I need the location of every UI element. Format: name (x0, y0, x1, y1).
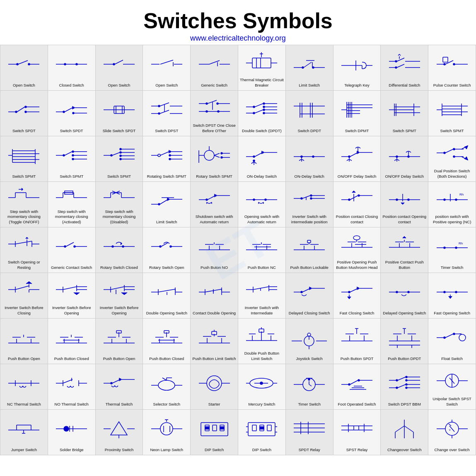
switch-label: Double Opening Switch (146, 311, 187, 316)
svg-point-105 (253, 112, 255, 114)
svg-point-57 (453, 63, 455, 65)
switch-icon (382, 230, 426, 258)
switch-label: Switch SPMT (393, 128, 416, 133)
svg-line-412 (350, 288, 358, 292)
switch-icon (145, 139, 188, 172)
svg-line-230 (445, 149, 453, 153)
svg-line-517 (112, 379, 120, 383)
svg-point-276 (301, 198, 302, 199)
list-item: SPDT Relay (286, 410, 333, 455)
svg-text:Rh: Rh (459, 242, 463, 245)
svg-point-200 (253, 156, 255, 157)
svg-line-540 (309, 384, 312, 386)
svg-rect-52 (443, 57, 448, 62)
svg-line-106 (255, 110, 263, 113)
switch-label: Opening switch with Automatic return (240, 214, 284, 225)
svg-point-284 (348, 199, 350, 201)
list-item: ON/OFF Delay Switch (333, 136, 381, 182)
svg-line-371 (63, 287, 77, 290)
svg-point-420 (408, 291, 409, 293)
svg-line-266 (208, 196, 215, 200)
svg-point-261 (167, 198, 169, 200)
switch-icon (50, 93, 94, 127)
switch-label: Switch SPMT (107, 174, 131, 179)
svg-line-399 (253, 287, 269, 290)
list-item: Pulse Counter Switch (428, 45, 476, 91)
svg-point-268 (215, 195, 216, 196)
svg-point-195 (221, 152, 222, 154)
list-item: Starter (191, 364, 238, 410)
svg-line-560 (398, 384, 406, 388)
svg-point-314 (112, 246, 114, 247)
switch-label: Rotary Switch Open (149, 265, 184, 270)
switch-label: ON-Delay Switch (247, 174, 277, 179)
switch-icon (192, 367, 236, 400)
list-item: SPST Relay (333, 410, 381, 455)
switch-icon (240, 412, 284, 446)
switch-icon (382, 48, 426, 81)
switch-label: Switch DPST BBM (388, 402, 421, 407)
switch-label: Mercury Switch (248, 402, 275, 407)
list-item: Push Button Lockable (286, 227, 333, 273)
svg-point-109 (263, 112, 265, 114)
switch-label: Push Buton NO (201, 265, 228, 270)
svg-point-319 (159, 246, 161, 247)
switch-icon (50, 321, 94, 355)
switch-label: Double Push Button Limit Switch (240, 351, 284, 361)
list-item: Opening switch with Automatic return (238, 182, 286, 227)
list-item: Thermal Magnetic Circuit Breaker (238, 45, 286, 91)
switch-icon (145, 230, 188, 263)
list-item: Switch SPDT (48, 91, 96, 136)
svg-point-183 (169, 151, 171, 152)
svg-point-418 (396, 291, 398, 293)
svg-point-233 (453, 156, 455, 157)
switch-label: Jumper Switch (11, 447, 37, 452)
svg-line-2 (18, 60, 28, 64)
switch-icon (145, 367, 188, 400)
switch-icon (240, 48, 284, 76)
svg-point-360 (455, 247, 457, 249)
switch-icon (430, 275, 474, 309)
svg-point-584 (160, 423, 173, 435)
switch-label: Contact Double Opening (193, 311, 236, 316)
switch-label: Delayed Closing Switch (289, 311, 330, 316)
switch-icon (335, 321, 379, 355)
list-item: Inverter Switch with Intermediate (238, 273, 286, 319)
list-item: Delayed Closing Switch (286, 273, 333, 319)
switch-icon (288, 184, 331, 213)
switch-label: Foot Operated Switch (338, 402, 376, 407)
switch-label: Rotating Switch SPMT (147, 174, 186, 179)
switch-label: Switch SPDT (60, 128, 83, 133)
switch-label: Open Switch (155, 83, 178, 88)
svg-line-553 (398, 377, 406, 380)
switch-icon (192, 230, 236, 263)
switch-icon (382, 275, 426, 309)
svg-point-271 (253, 199, 255, 201)
svg-point-552 (396, 379, 398, 381)
switch-label: ON/OFF Delay Switch (385, 174, 424, 179)
svg-point-82 (158, 113, 160, 114)
svg-rect-595 (205, 427, 209, 429)
switch-icon (2, 93, 46, 127)
switch-label: Generic Switch (201, 83, 227, 88)
svg-point-98 (253, 106, 255, 108)
list-item: Rotary Switch Closed (96, 227, 143, 273)
svg-point-185 (169, 155, 171, 156)
switch-label: Switch SPMT (12, 174, 36, 179)
list-item: Push Buton NO (191, 227, 238, 273)
svg-point-197 (221, 157, 222, 158)
list-item: Double Opening Switch (143, 273, 191, 319)
switch-icon (97, 412, 141, 446)
switch-icon (430, 139, 474, 167)
svg-line-161 (65, 152, 72, 155)
svg-point-166 (72, 158, 74, 160)
switch-icon (288, 93, 331, 127)
svg-point-411 (348, 291, 350, 293)
switch-icon (2, 412, 46, 446)
svg-point-189 (204, 150, 214, 160)
list-item: Open Switch (0, 45, 48, 91)
svg-line-320 (161, 243, 168, 246)
switch-icon (430, 48, 474, 81)
switch-icon (335, 184, 379, 213)
svg-marker-580 (111, 422, 127, 435)
